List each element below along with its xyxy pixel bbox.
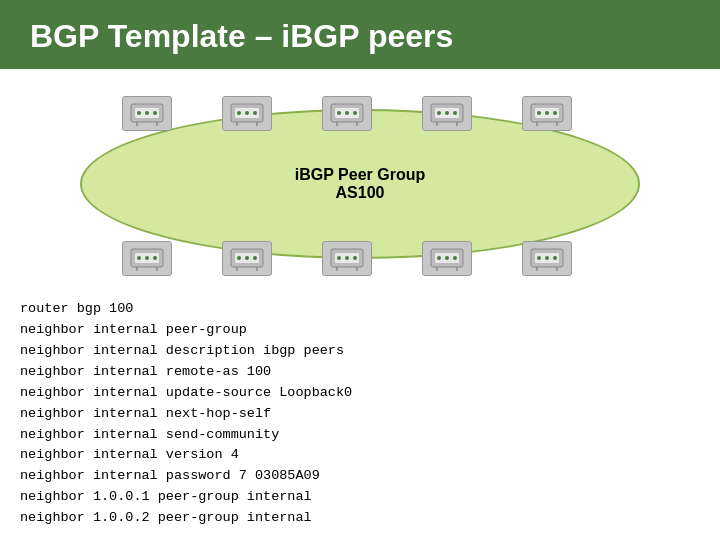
svg-point-53 xyxy=(353,256,357,260)
router-icon-1 xyxy=(122,96,172,131)
code-line-8: neighbor internal version 4 xyxy=(20,445,700,466)
svg-point-32 xyxy=(553,111,557,115)
svg-point-10 xyxy=(245,111,249,115)
svg-point-45 xyxy=(245,256,249,260)
node-7 xyxy=(215,234,279,282)
svg-point-52 xyxy=(345,256,349,260)
node-4 xyxy=(415,89,479,137)
svg-point-23 xyxy=(437,111,441,115)
ibgp-label: iBGP Peer Group AS100 xyxy=(295,166,425,202)
svg-point-44 xyxy=(237,256,241,260)
node-2 xyxy=(215,89,279,137)
node-9 xyxy=(415,234,479,282)
svg-point-30 xyxy=(537,111,541,115)
svg-point-65 xyxy=(537,256,541,260)
slide: BGP Template – iBGP peers iBGP Peer Grou… xyxy=(0,0,720,540)
svg-point-60 xyxy=(453,256,457,260)
code-line-9: neighbor internal password 7 03085A09 xyxy=(20,466,700,487)
svg-point-24 xyxy=(445,111,449,115)
svg-point-18 xyxy=(353,111,357,115)
svg-point-67 xyxy=(553,256,557,260)
oval-container: iBGP Peer Group AS100 xyxy=(20,89,700,289)
svg-point-2 xyxy=(137,111,141,115)
code-line-3: neighbor internal description ibgp peers xyxy=(20,341,700,362)
svg-point-51 xyxy=(337,256,341,260)
code-line-10: neighbor 1.0.0.1 peer-group internal xyxy=(20,487,700,508)
node-8 xyxy=(315,234,379,282)
content-area: iBGP Peer Group AS100 xyxy=(0,69,720,537)
svg-point-25 xyxy=(453,111,457,115)
code-line-7: neighbor internal send-community xyxy=(20,425,700,446)
title-bar: BGP Template – iBGP peers xyxy=(0,0,720,69)
svg-point-17 xyxy=(345,111,349,115)
svg-point-4 xyxy=(153,111,157,115)
node-5 xyxy=(515,89,579,137)
code-line-11: neighbor 1.0.0.2 peer-group internal xyxy=(20,508,700,529)
node-10 xyxy=(515,234,579,282)
svg-point-46 xyxy=(253,256,257,260)
svg-point-11 xyxy=(253,111,257,115)
svg-point-58 xyxy=(437,256,441,260)
router-icon-3 xyxy=(322,96,372,131)
svg-point-31 xyxy=(545,111,549,115)
svg-point-59 xyxy=(445,256,449,260)
router-icon-7 xyxy=(222,241,272,276)
code-line-2: neighbor internal peer-group xyxy=(20,320,700,341)
router-icon-8 xyxy=(322,241,372,276)
page-title: BGP Template – iBGP peers xyxy=(30,18,690,55)
svg-point-3 xyxy=(145,111,149,115)
router-icon-9 xyxy=(422,241,472,276)
code-line-6: neighbor internal next-hop-self xyxy=(20,404,700,425)
svg-point-37 xyxy=(137,256,141,260)
svg-point-16 xyxy=(337,111,341,115)
svg-point-38 xyxy=(145,256,149,260)
router-icon-2 xyxy=(222,96,272,131)
node-6 xyxy=(115,234,179,282)
code-line-5: neighbor internal update-source Loopback… xyxy=(20,383,700,404)
router-icon-10 xyxy=(522,241,572,276)
router-icon-5 xyxy=(522,96,572,131)
svg-point-9 xyxy=(237,111,241,115)
code-area: router bgp 100neighbor internal peer-gro… xyxy=(20,299,700,529)
router-icon-4 xyxy=(422,96,472,131)
node-3 xyxy=(315,89,379,137)
router-icon-6 xyxy=(122,241,172,276)
svg-point-66 xyxy=(545,256,549,260)
svg-point-39 xyxy=(153,256,157,260)
node-1 xyxy=(115,89,179,137)
code-line-1: router bgp 100 xyxy=(20,299,700,320)
code-line-4: neighbor internal remote-as 100 xyxy=(20,362,700,383)
diagram-area: iBGP Peer Group AS100 xyxy=(0,79,720,299)
